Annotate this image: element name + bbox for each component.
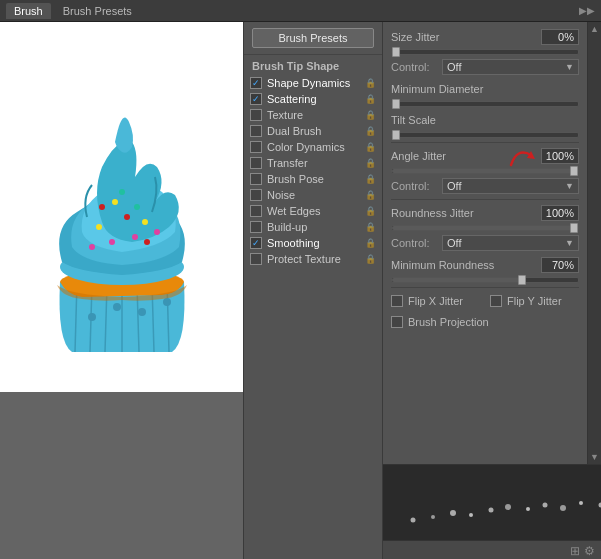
checkbox-11[interactable] xyxy=(250,253,262,265)
size-jitter-label: Size Jitter xyxy=(391,31,541,43)
flip-y-checkbox[interactable] xyxy=(490,295,502,307)
checkbox-5[interactable] xyxy=(250,157,262,169)
brush-presets-btn-row: Brush Presets xyxy=(244,22,382,55)
right-scrollbar[interactable]: ▲ ▼ xyxy=(587,22,601,464)
control-1-select[interactable]: Off ▼ xyxy=(442,59,579,75)
brush-preview-dots xyxy=(383,465,601,540)
option-row-5[interactable]: Transfer🔒 xyxy=(244,155,382,171)
lock-icon-11: 🔒 xyxy=(365,254,376,264)
checkbox-9[interactable] xyxy=(250,221,262,233)
option-label-8: Wet Edges xyxy=(267,205,365,217)
option-row-4[interactable]: Color Dynamics🔒 xyxy=(244,139,382,155)
brush-tip-shape-label: Brush Tip Shape xyxy=(244,55,382,75)
scroll-down-arrow[interactable]: ▼ xyxy=(590,452,599,462)
checkbox-6[interactable] xyxy=(250,173,262,185)
option-label-10: Smoothing xyxy=(267,237,365,249)
option-row-1[interactable]: ✓Scattering🔒 xyxy=(244,91,382,107)
option-row-2[interactable]: Texture🔒 xyxy=(244,107,382,123)
min-roundness-row: Minimum Roundness 70% xyxy=(391,256,579,274)
roundness-jitter-value[interactable]: 100% xyxy=(541,205,579,221)
lock-icon-2: 🔒 xyxy=(365,110,376,120)
angle-jitter-slider[interactable] xyxy=(391,168,579,174)
checkbox-10[interactable]: ✓ xyxy=(250,237,262,249)
control-2-label: Control: xyxy=(391,180,436,192)
svg-point-9 xyxy=(96,224,102,230)
lock-icon-4: 🔒 xyxy=(365,142,376,152)
size-jitter-row: Size Jitter 0% xyxy=(391,28,579,46)
size-jitter-slider[interactable] xyxy=(391,49,579,55)
preview-grid-icon[interactable]: ⊞ xyxy=(570,544,580,558)
canvas-area[interactable] xyxy=(0,22,243,392)
option-label-7: Noise xyxy=(267,189,365,201)
option-label-6: Brush Pose xyxy=(267,173,365,185)
svg-point-32 xyxy=(526,507,530,511)
checkbox-7[interactable] xyxy=(250,189,262,201)
control-1-label: Control: xyxy=(391,61,436,73)
option-row-11[interactable]: Protect Texture🔒 xyxy=(244,251,382,267)
flip-x-label: Flip X Jitter xyxy=(408,295,480,307)
min-roundness-value[interactable]: 70% xyxy=(541,257,579,273)
option-label-0: Shape Dynamics xyxy=(267,77,365,89)
size-jitter-value[interactable]: 0% xyxy=(541,29,579,45)
checkbox-1[interactable]: ✓ xyxy=(250,93,262,105)
tab-bar: Brush Brush Presets ▶▶ xyxy=(0,0,601,22)
checkbox-0[interactable]: ✓ xyxy=(250,77,262,89)
svg-marker-25 xyxy=(527,151,535,159)
svg-point-30 xyxy=(489,508,494,513)
control-2-value: Off xyxy=(447,180,461,192)
min-roundness-label: Minimum Roundness xyxy=(391,259,541,271)
right-scroll-area[interactable]: Size Jitter 0% Control: Off ▼ xyxy=(383,22,587,464)
option-row-3[interactable]: Dual Brush🔒 xyxy=(244,123,382,139)
control-3-label: Control: xyxy=(391,237,436,249)
option-label-3: Dual Brush xyxy=(267,125,365,137)
tab-brush[interactable]: Brush xyxy=(6,3,51,19)
checkbox-2[interactable] xyxy=(250,109,262,121)
control-1-arrow: ▼ xyxy=(565,62,574,72)
roundness-jitter-slider[interactable] xyxy=(391,225,579,231)
brush-presets-button[interactable]: Brush Presets xyxy=(252,28,374,48)
control-3-arrow: ▼ xyxy=(565,238,574,248)
control-2-select[interactable]: Off ▼ xyxy=(442,178,579,194)
checkbox-8[interactable] xyxy=(250,205,262,217)
lock-icon-8: 🔒 xyxy=(365,206,376,216)
preview-settings-icon[interactable]: ⚙ xyxy=(584,544,595,558)
divider-1 xyxy=(391,142,579,143)
svg-point-23 xyxy=(138,308,146,316)
min-diameter-label: Minimum Diameter xyxy=(391,83,579,95)
min-diameter-row: Minimum Diameter xyxy=(391,80,579,98)
option-label-2: Texture xyxy=(267,109,365,121)
options-list: ✓Shape Dynamics🔒✓Scattering🔒Texture🔒Dual… xyxy=(244,75,382,267)
angle-jitter-value[interactable]: 100% xyxy=(541,148,579,164)
lock-icon-1: 🔒 xyxy=(365,94,376,104)
svg-point-28 xyxy=(450,510,456,516)
option-row-10[interactable]: ✓Smoothing🔒 xyxy=(244,235,382,251)
brush-projection-checkbox[interactable] xyxy=(391,316,403,328)
tilt-scale-slider[interactable] xyxy=(391,132,579,138)
roundness-jitter-label: Roundness Jitter xyxy=(391,207,541,219)
lock-icon-7: 🔒 xyxy=(365,190,376,200)
tab-brush-presets[interactable]: Brush Presets xyxy=(55,3,140,19)
middle-panel: Brush Presets Brush Tip Shape ✓Shape Dyn… xyxy=(243,22,383,559)
svg-point-11 xyxy=(112,199,118,205)
option-label-9: Build-up xyxy=(267,221,365,233)
svg-point-31 xyxy=(505,504,511,510)
svg-point-10 xyxy=(142,219,148,225)
scroll-up-arrow[interactable]: ▲ xyxy=(590,24,599,34)
min-diameter-slider[interactable] xyxy=(391,101,579,107)
min-roundness-slider[interactable] xyxy=(391,277,579,283)
flip-x-checkbox[interactable] xyxy=(391,295,403,307)
option-row-0[interactable]: ✓Shape Dynamics🔒 xyxy=(244,75,382,91)
control-3-select[interactable]: Off ▼ xyxy=(442,235,579,251)
roundness-jitter-slider-row xyxy=(391,225,579,231)
option-row-8[interactable]: Wet Edges🔒 xyxy=(244,203,382,219)
option-row-7[interactable]: Noise🔒 xyxy=(244,187,382,203)
tab-expand-icon[interactable]: ▶▶ xyxy=(579,5,595,16)
checkbox-4[interactable] xyxy=(250,141,262,153)
option-row-9[interactable]: Build-up🔒 xyxy=(244,219,382,235)
option-row-6[interactable]: Brush Pose🔒 xyxy=(244,171,382,187)
lock-icon-3: 🔒 xyxy=(365,126,376,136)
tilt-scale-slider-row xyxy=(391,132,579,138)
svg-point-18 xyxy=(144,239,150,245)
control-1-value: Off xyxy=(447,61,461,73)
checkbox-3[interactable] xyxy=(250,125,262,137)
